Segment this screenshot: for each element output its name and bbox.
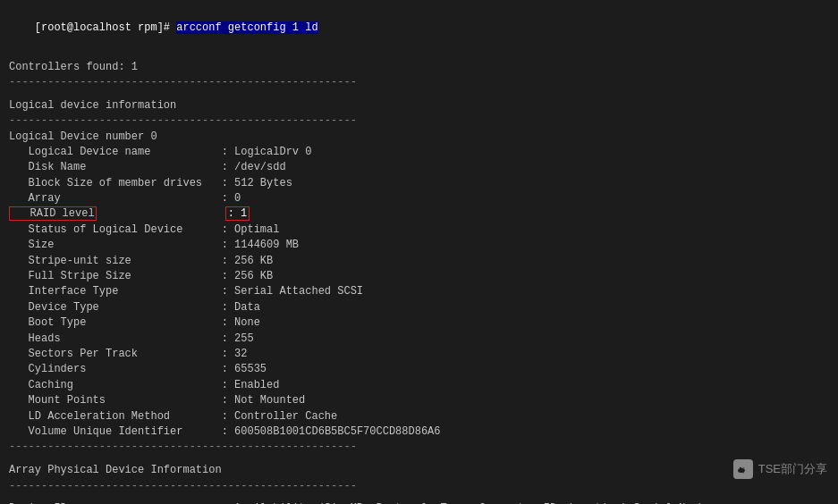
output-line: Size : 1144609 MB	[9, 238, 829, 253]
output-line: Heads : 255	[9, 332, 829, 347]
output-line: Interface Type : Serial Attached SCSI	[9, 284, 829, 299]
watermark-text: TSE部门分享	[758, 461, 827, 477]
terminal-window: [root@localhost rpm]# arcconf getconfig …	[0, 0, 838, 504]
output-line: Array Physical Device Information	[9, 463, 829, 478]
output-line: Stripe-unit size : 256 KB	[9, 254, 829, 269]
output-line: Controllers found: 1	[9, 60, 829, 75]
output-line: Logical Device number 0	[9, 130, 829, 145]
output-line: Status of Logical Device : Optimal	[9, 223, 829, 238]
wechat-icon	[733, 459, 753, 479]
output-line: Volume Unique Identifier : 600508B1001CD…	[9, 424, 829, 440]
output: Controllers found: 1--------------------…	[9, 52, 829, 504]
output-line: ----------------------------------------…	[9, 75, 829, 90]
output-line: Block Size of member drives : 512 Bytes	[9, 176, 829, 191]
output-line: Full Stripe Size : 256 KB	[9, 269, 829, 284]
output-line: Boot Type : None	[9, 315, 829, 331]
command-line: [root@localhost rpm]# arcconf getconfig …	[9, 5, 829, 52]
output-line: Logical Device name : LogicalDrv 0	[9, 145, 829, 160]
output-line: Device Type : Data	[9, 300, 829, 315]
output-line: Logical device information	[9, 98, 829, 113]
output-line: RAID level : 1	[9, 206, 829, 222]
output-line: Mount Points : Not Mounted	[9, 393, 829, 408]
output-line: ----------------------------------------…	[9, 479, 829, 494]
watermark: TSE部门分享	[733, 459, 827, 479]
output-line: ----------------------------------------…	[9, 113, 829, 129]
prompt: [root@localhost rpm]#	[35, 21, 176, 34]
output-line	[9, 494, 829, 501]
output-line: Caching : Enabled	[9, 378, 829, 393]
output-line: LD Acceleration Method : Controller Cach…	[9, 409, 829, 424]
output-line: Array : 0	[9, 191, 829, 206]
output-line: Cylinders : 65535	[9, 362, 829, 377]
output-line: Disk Name : /dev/sdd	[9, 160, 829, 175]
output-line: ----------------------------------------…	[9, 440, 829, 455]
output-line	[9, 90, 829, 97]
output-line	[9, 52, 829, 59]
output-line	[9, 456, 829, 463]
command: arcconf getconfig 1 ld	[176, 21, 317, 34]
output-line: Sectors Per Track : 32	[9, 347, 829, 362]
